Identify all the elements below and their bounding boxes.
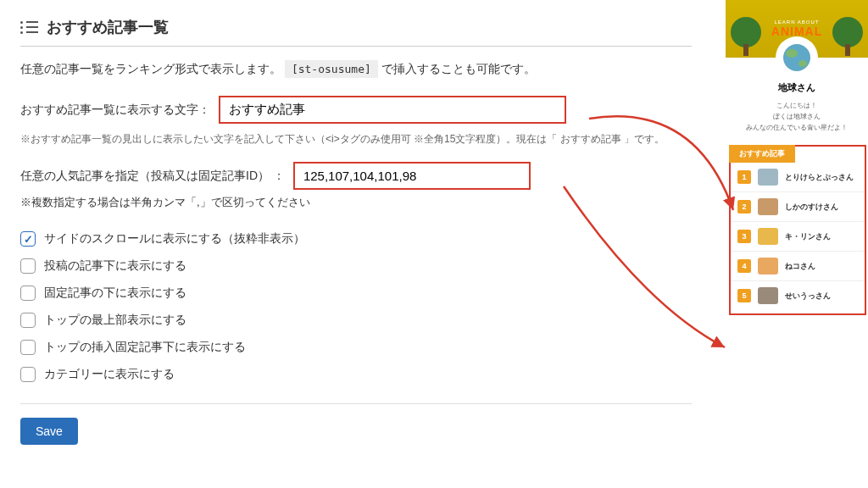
checkbox-row: カテゴリーに表示にする — [20, 361, 692, 388]
rank-item[interactable]: 1とりけらとぷっさん — [731, 163, 865, 192]
tagline-line: ぼくは地球さん — [732, 112, 861, 123]
checkbox[interactable] — [20, 231, 36, 247]
tagline-line: こんにちは！ — [732, 101, 861, 112]
checkbox-label: サイドのスクロールに表示にする（抜粋非表示） — [44, 231, 305, 247]
checkbox-row: トップの挿入固定記事下に表示にする — [20, 334, 692, 361]
rank-title: しかのすけさん — [785, 202, 838, 213]
checkbox-label: トップの最上部表示にする — [44, 313, 186, 328]
ids-field-label: 任意の人気記事を指定（投稿又は固定記事ID） ： — [20, 169, 285, 184]
checkbox[interactable] — [20, 286, 36, 301]
admin-settings-panel: おすすめ記事一覧 任意の記事一覧をランキング形式で表示します。 [st-osus… — [0, 0, 712, 462]
tagline-line: みんなの住んでいる青い星だよ！ — [732, 123, 861, 134]
banner-text: LEARN ABOUT ANIMAL — [771, 19, 822, 38]
title-field-row: おすすめ記事一覧に表示する文字： — [20, 96, 692, 124]
intro-text: 任意の記事一覧をランキング形式で表示します。 [st-osusume] で挿入す… — [20, 62, 692, 77]
checkbox-label: カテゴリーに表示にする — [44, 367, 175, 382]
rank-item[interactable]: 2しかのすけさん — [731, 192, 865, 222]
rank-thumbnail — [758, 287, 778, 304]
globe-icon — [783, 44, 810, 71]
checkbox-row: 投稿の記事下に表示にする — [20, 252, 692, 280]
section-title: おすすめ記事一覧 — [47, 17, 169, 37]
banner-title: ANIMAL — [771, 25, 822, 38]
checkbox-label: トップの挿入固定記事下に表示にする — [44, 340, 246, 355]
checkbox-row: トップの最上部表示にする — [20, 307, 692, 334]
tree-decoration — [831, 17, 865, 58]
ids-field-hint: ※複数指定する場合は半角カンマ「,」で区切ってください — [20, 195, 692, 210]
list-icon — [20, 21, 38, 34]
profile-tagline: こんにちは！ ぼくは地球さん みんなの住んでいる青い星だよ！ — [726, 101, 868, 133]
profile-name: 地球さん — [726, 81, 868, 94]
checkbox-row: 固定記事の下に表示にする — [20, 280, 692, 307]
title-field-label: おすすめ記事一覧に表示する文字： — [20, 103, 210, 118]
avatar — [778, 39, 815, 76]
checkbox[interactable] — [20, 258, 36, 274]
rank-thumbnail — [758, 169, 778, 186]
ids-input[interactable] — [293, 162, 531, 190]
rank-title: ねコさん — [785, 261, 815, 272]
recommended-widget: おすすめ記事 1とりけらとぷっさん2しかのすけさん3キ・リンさん4ねコさん5せい… — [729, 145, 866, 315]
checkbox-label: 投稿の記事下に表示にする — [44, 258, 186, 274]
rank-number: 4 — [737, 259, 751, 273]
rank-title: とりけらとぷっさん — [785, 172, 854, 183]
rank-item[interactable]: 3キ・リンさん — [731, 222, 865, 252]
rank-number: 3 — [737, 230, 751, 243]
rank-item[interactable]: 5せいうっさん — [731, 281, 865, 310]
rank-list: 1とりけらとぷっさん2しかのすけさん3キ・リンさん4ねコさん5せいうっさん — [731, 163, 865, 310]
checkbox-list: サイドのスクロールに表示にする（抜粋非表示）投稿の記事下に表示にする固定記事の下… — [20, 225, 692, 388]
checkbox[interactable] — [20, 367, 36, 382]
rank-thumbnail — [758, 198, 778, 215]
rank-number: 5 — [737, 289, 751, 302]
rank-number: 1 — [737, 170, 751, 184]
rank-number: 2 — [737, 200, 751, 214]
checkbox[interactable] — [20, 340, 36, 355]
divider — [20, 403, 692, 404]
checkbox-label: 固定記事の下に表示にする — [44, 286, 186, 301]
rank-title: キ・リンさん — [785, 231, 831, 242]
title-field-hint: ※おすすめ記事一覧の見出しに表示したい文字を記入して下さい（<i>タグのみ使用可… — [20, 132, 692, 147]
tree-decoration — [729, 17, 763, 58]
intro-after: で挿入することも可能です。 — [381, 62, 536, 75]
widget-title-tab: おすすめ記事 — [729, 145, 795, 163]
rank-thumbnail — [758, 258, 778, 274]
save-button[interactable]: Save — [20, 418, 78, 445]
rank-item[interactable]: 4ねコさん — [731, 252, 865, 281]
checkbox-row: サイドのスクロールに表示にする（抜粋非表示） — [20, 225, 692, 252]
sidebar-preview: LEARN ABOUT ANIMAL 地球さん こんにちは！ ぼくは地球さん み… — [726, 0, 868, 320]
section-header: おすすめ記事一覧 — [20, 17, 692, 47]
intro-before: 任意の記事一覧をランキング形式で表示します。 — [20, 62, 285, 75]
shortcode-badge: [st-osusume] — [285, 60, 378, 78]
checkbox[interactable] — [20, 313, 36, 328]
rank-title: せいうっさん — [785, 291, 831, 302]
title-input[interactable] — [219, 96, 566, 124]
ids-field-row: 任意の人気記事を指定（投稿又は固定記事ID） ： — [20, 162, 692, 190]
rank-thumbnail — [758, 228, 778, 245]
